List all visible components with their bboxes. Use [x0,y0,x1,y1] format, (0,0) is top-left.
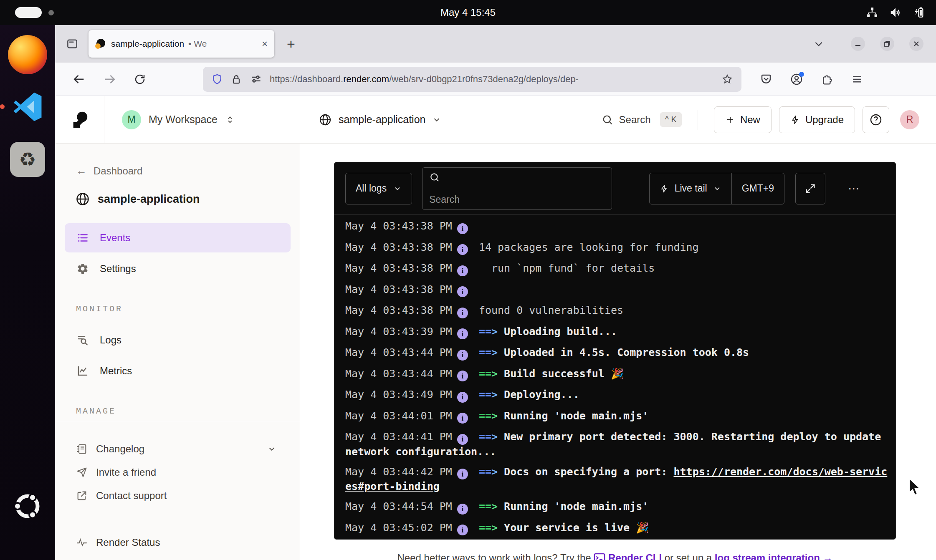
info-icon[interactable]: i [457,286,468,297]
info-icon[interactable]: i [457,434,468,445]
log-timestamp: May 4 03:43:38 PM [345,220,452,232]
workspace-selector[interactable]: M My Workspace [104,96,300,143]
bookmark-star-icon[interactable] [721,73,733,85]
sidebar-item-label: Contact support [96,490,167,502]
close-window-button[interactable] [909,37,923,51]
info-icon[interactable]: i [457,525,468,535]
log-timestamp: May 4 03:43:38 PM [345,304,452,316]
url-bar[interactable]: https://dashboard.render.com/web/srv-d0b… [203,67,741,92]
live-tail-group: Live tail GMT+9 [649,173,784,204]
running-app-dot [0,104,5,109]
permissions-icon[interactable] [250,73,262,86]
user-avatar[interactable]: R [900,110,919,129]
info-icon[interactable]: i [457,244,468,255]
global-search[interactable]: Search ^ K [602,112,682,127]
info-icon[interactable]: i [457,413,468,424]
system-clock[interactable]: May 4 15:45 [0,7,936,18]
sidebar-item-label: Settings [100,263,136,275]
log-row: May 4 03:44:01 PMi==> Running 'node main… [345,409,888,424]
log-toolbar: All logs Search Live tail [334,162,896,215]
render-dashboard: M My Workspace sample-application Search… [55,96,936,560]
list-all-tabs-icon[interactable] [813,38,824,49]
timezone-label: GMT+9 [742,183,774,194]
log-timestamp: May 4 03:44:54 PM [345,500,452,512]
live-tail-dropdown[interactable]: Live tail [650,173,731,204]
sidebar-toggle-icon[interactable] [66,38,78,50]
log-timestamp: May 4 03:43:38 PM [345,262,452,274]
service-selector[interactable]: sample-application [319,113,441,126]
pocket-icon[interactable] [760,73,772,86]
info-icon[interactable]: i [457,504,468,515]
browser-tab[interactable]: sample-application • We × [89,30,274,58]
chevron-down-icon[interactable] [267,444,276,454]
expand-logs-button[interactable] [795,173,825,204]
info-icon[interactable]: i [457,308,468,318]
search-icon [602,114,613,126]
timezone-button[interactable]: GMT+9 [732,173,784,204]
log-stream-link[interactable]: log stream integration [715,552,820,560]
log-arrow-icon: == [479,346,491,358]
sidebar-item-label: Metrics [100,365,132,377]
chart-icon [76,365,89,377]
log-message: ==> Running 'node main.mjs' [479,410,648,422]
sidebar-item-events[interactable]: Events [65,223,291,252]
log-search-icon [76,334,89,346]
menu-hamburger-icon[interactable] [851,73,863,86]
help-button[interactable] [863,106,889,133]
sidebar-item-changelog[interactable]: Changelog [55,437,300,461]
back-icon[interactable] [72,72,86,86]
firefox-dock-icon[interactable] [8,35,47,74]
service-selector-name: sample-application [339,114,425,126]
sidebar-item-invite[interactable]: Invite a friend [55,461,300,484]
ubuntu-logo-icon[interactable] [13,491,43,521]
sidebar-service-title[interactable]: sample-application [55,192,300,207]
new-button[interactable]: New [714,106,772,133]
bolt-icon [790,115,800,125]
lock-icon[interactable] [230,73,242,85]
recycle-app-dock-icon[interactable]: ♻ [10,142,45,177]
log-filter-dropdown[interactable]: All logs [345,173,412,204]
arrow-right-icon: → [823,552,833,560]
ubuntu-dock: ♻ [0,25,55,560]
info-icon[interactable]: i [457,265,468,276]
restore-button[interactable] [880,37,894,51]
log-arrow-icon: > [491,325,498,338]
new-tab-button[interactable]: + [287,36,295,52]
external-link-icon [76,490,88,502]
info-icon[interactable]: i [457,328,468,339]
render-cli-link[interactable]: Render CLI [608,552,662,560]
vscode-dock-icon[interactable] [12,91,43,123]
info-icon[interactable]: i [457,350,468,361]
render-logo[interactable] [55,96,104,143]
url-text[interactable]: https://dashboard.render.com/web/srv-d0b… [270,74,716,85]
info-icon[interactable]: i [457,392,468,403]
sidebar-item-logs[interactable]: Logs [65,325,291,355]
account-icon[interactable] [790,73,803,86]
more-options-icon[interactable]: ⋯ [848,182,860,195]
reload-icon[interactable] [134,73,146,86]
terminal-icon [594,553,605,560]
tracking-shield-icon[interactable] [211,73,223,85]
sidebar-item-render-status[interactable]: Render Status [55,537,300,548]
browser-toolbar: https://dashboard.render.com/web/srv-d0b… [55,63,936,96]
log-search-input[interactable]: Search [422,167,612,210]
info-icon[interactable]: i [457,223,468,234]
mouse-cursor [908,478,922,496]
upgrade-button[interactable]: Upgrade [779,106,855,133]
sidebar-back-dashboard[interactable]: ← Dashboard [55,164,300,177]
log-arrow-icon: == [479,325,491,338]
log-row: May 4 03:43:44 PMi==> Build successful 🎉 [345,367,888,382]
sidebar-item-metrics[interactable]: Metrics [65,356,291,386]
live-tail-label: Live tail [675,183,707,194]
info-icon[interactable]: i [457,371,468,381]
battery-icon [913,6,925,19]
sidebar-item-contact-support[interactable]: Contact support [55,484,300,507]
log-arrow-icon: > [491,431,498,443]
forward-icon[interactable] [103,72,117,86]
sidebar-item-settings[interactable]: Settings [65,254,291,283]
tab-close-icon[interactable]: × [262,39,268,49]
info-icon[interactable]: i [457,469,468,479]
minimize-button[interactable] [851,37,865,51]
extensions-puzzle-icon[interactable] [821,73,833,86]
system-tray[interactable] [866,0,925,25]
